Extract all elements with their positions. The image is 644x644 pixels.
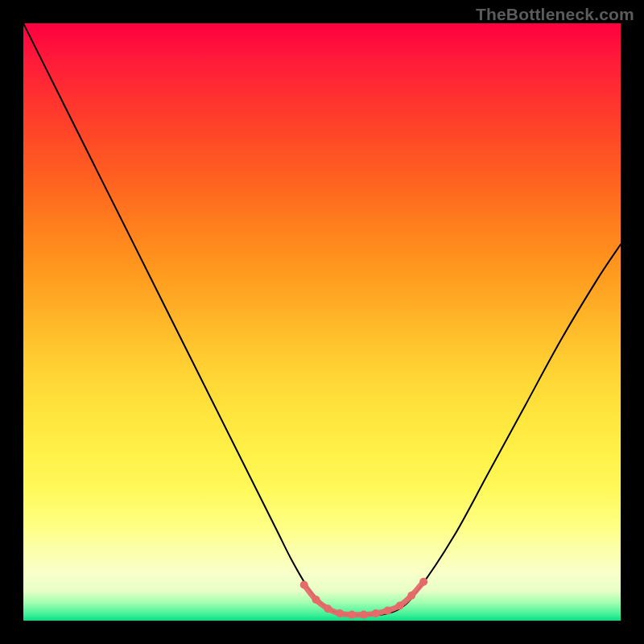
marker-layer: [300, 578, 427, 619]
curve-path: [23, 23, 621, 615]
bottleneck-curve: [23, 23, 621, 615]
watermark-label: TheBottleneck.com: [476, 5, 634, 23]
marker-dot: [312, 596, 320, 604]
marker-dot: [396, 602, 404, 610]
chart-container: TheBottleneck.com: [0, 0, 644, 644]
marker-dot: [419, 578, 427, 586]
marker-stroke: [304, 582, 423, 615]
marker-dot: [300, 581, 308, 589]
marker-dot: [407, 592, 415, 600]
marker-dot: [324, 605, 332, 613]
marker-dot: [384, 606, 392, 614]
watermark-text: TheBottleneck.com: [476, 5, 634, 24]
marker-dot: [372, 609, 380, 617]
marker-dot: [360, 611, 368, 619]
curve-layer: [23, 23, 621, 621]
marker-dot: [348, 611, 356, 619]
marker-dot: [336, 609, 344, 617]
plot-area: [23, 23, 621, 621]
